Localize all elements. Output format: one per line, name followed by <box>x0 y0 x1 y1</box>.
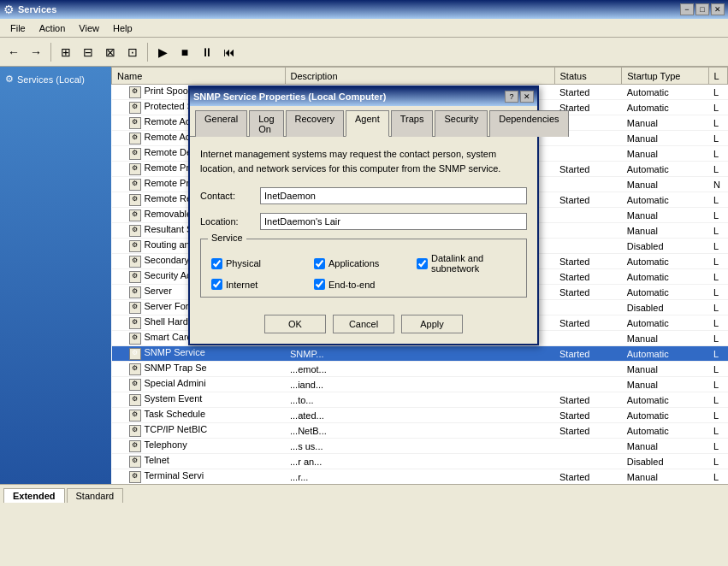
restart-button[interactable]: ⏮ <box>219 42 240 62</box>
maximize-button[interactable]: □ <box>695 3 709 15</box>
dialog-tab-dependencies[interactable]: Dependencies <box>489 110 568 137</box>
row-startup: Manual <box>622 115 708 131</box>
contact-input[interactable] <box>260 187 527 204</box>
row-startup: Manual <box>622 208 708 223</box>
dialog-description: Internet management systems may request … <box>200 147 527 175</box>
cb-datalink-label: Datalink and subnetwork <box>431 253 516 274</box>
row-l: L <box>708 254 728 269</box>
start-button[interactable]: ▶ <box>152 42 173 62</box>
toolbar-separator-1 <box>50 43 51 62</box>
location-input[interactable] <box>260 213 527 230</box>
table-row[interactable]: ⚙System Event ...to... Started Automatic… <box>112 392 728 408</box>
back-button[interactable]: ← <box>3 42 24 62</box>
row-name: ⚙TCP/IP NetBIC <box>112 423 286 439</box>
row-status: Started <box>554 408 622 423</box>
location-field: Location: <box>200 213 527 230</box>
row-status: Started <box>554 423 622 439</box>
col-name[interactable]: Name <box>112 68 286 85</box>
row-startup: Automatic <box>622 162 708 177</box>
stop-button[interactable]: ■ <box>175 42 195 62</box>
row-name: ⚙SNMP Service <box>112 346 286 362</box>
cb-endtoend-input[interactable] <box>314 279 325 290</box>
table-row[interactable]: ⚙SNMP Service SNMP... Started Automatic … <box>112 346 728 362</box>
pause-button[interactable]: ⏸ <box>197 42 217 62</box>
row-startup: Automatic <box>622 254 708 269</box>
menu-bar: File Action View Help <box>0 19 728 38</box>
dialog-tab-logon[interactable]: Log On <box>249 110 283 137</box>
col-status[interactable]: Status <box>554 68 622 85</box>
row-startup: Disabled <box>622 300 708 315</box>
table-row[interactable]: ⚙Telephony ...s us... Manual L <box>112 439 728 454</box>
cb-applications-label: Applications <box>328 258 379 268</box>
dialog-tab-traps[interactable]: Traps <box>391 110 434 137</box>
row-l: L <box>708 239 728 254</box>
row-l: L <box>708 269 728 285</box>
row-desc: ...to... <box>285 392 554 408</box>
forward-button[interactable]: → <box>26 42 46 62</box>
col-l[interactable]: L <box>708 68 728 85</box>
close-button[interactable]: ✕ <box>711 3 725 15</box>
col-startup[interactable]: Startup Type <box>622 68 708 85</box>
cb-physical-label: Physical <box>226 258 261 268</box>
show-hide-button[interactable]: ⊟ <box>78 42 98 62</box>
row-l: L <box>708 300 728 315</box>
row-status <box>554 300 622 315</box>
dialog-tab-recovery[interactable]: Recovery <box>286 110 344 137</box>
dialog-titlebar-buttons: ? ✕ <box>505 91 534 103</box>
row-startup: Manual <box>622 177 708 192</box>
table-row[interactable]: ⚙SNMP Trap Se ...emot... Manual L <box>112 362 728 377</box>
cb-internet-input[interactable] <box>211 279 222 290</box>
row-l: L <box>708 408 728 423</box>
row-name: ⚙Special Admini <box>112 377 286 392</box>
cb-physical-input[interactable] <box>211 258 222 269</box>
row-status: Started <box>554 392 622 408</box>
row-status: Started <box>554 192 622 208</box>
table-row[interactable]: ⚙Terminal Servi ...r... Started Manual L <box>112 469 728 485</box>
dialog-tab-general[interactable]: General <box>195 110 247 137</box>
row-status: Started <box>554 254 622 269</box>
row-l: L <box>708 146 728 162</box>
row-status <box>554 362 622 377</box>
menu-help[interactable]: Help <box>106 21 139 35</box>
row-desc: ...emot... <box>285 362 554 377</box>
snmp-dialog[interactable]: SNMP Service Properties (Local Computer)… <box>188 85 539 345</box>
row-name: ⚙Task Schedule <box>112 408 286 423</box>
row-startup: Automatic <box>622 315 708 331</box>
menu-action[interactable]: Action <box>33 21 73 35</box>
row-startup: Manual <box>622 146 708 162</box>
row-desc: ...r an... <box>285 454 554 469</box>
tab-extended[interactable]: Extended <box>3 488 65 503</box>
row-name: ⚙Terminal Servi <box>112 469 286 485</box>
cb-datalink-input[interactable] <box>417 258 428 269</box>
row-status <box>554 223 622 239</box>
cb-endtoend-label: End-to-end <box>328 280 375 290</box>
row-l: L <box>708 100 728 115</box>
minimize-button[interactable]: − <box>680 3 694 15</box>
dialog-tab-agent[interactable]: Agent <box>346 110 389 137</box>
cb-applications: Applications <box>314 253 413 274</box>
col-desc[interactable]: Description <box>285 68 554 85</box>
cb-applications-input[interactable] <box>314 258 325 269</box>
row-l: L <box>708 192 728 208</box>
apply-button[interactable]: Apply <box>401 315 463 333</box>
dialog-tab-security[interactable]: Security <box>435 110 488 137</box>
refresh-button[interactable]: ⊡ <box>122 42 143 62</box>
toolbar: ← → ⊞ ⊟ ⊠ ⊡ ▶ ■ ⏸ ⏮ <box>0 38 728 67</box>
table-row[interactable]: ⚙Telnet ...r an... Disabled L <box>112 454 728 469</box>
cancel-button[interactable]: Cancel <box>333 315 394 333</box>
dialog-help-button[interactable]: ? <box>505 91 518 103</box>
table-row[interactable]: ⚙Task Schedule ...ated... Started Automa… <box>112 408 728 423</box>
table-row[interactable]: ⚙TCP/IP NetBIC ...NetB... Started Automa… <box>112 423 728 439</box>
services-local-item[interactable]: ⚙ Services (Local) <box>5 74 106 85</box>
menu-file[interactable]: File <box>3 21 33 35</box>
tab-standard[interactable]: Standard <box>67 488 124 503</box>
properties-button[interactable]: ⊠ <box>100 42 121 62</box>
location-label: Location: <box>200 216 260 227</box>
dialog-close-button[interactable]: ✕ <box>520 91 534 103</box>
up-button[interactable]: ⊞ <box>56 42 76 62</box>
table-row[interactable]: ⚙Special Admini ...iand... Manual L <box>112 377 728 392</box>
menu-view[interactable]: View <box>72 21 106 35</box>
left-pane: ⚙ Services (Local) <box>0 67 111 484</box>
cb-internet: Internet <box>211 279 311 290</box>
ok-button[interactable]: OK <box>264 315 326 333</box>
